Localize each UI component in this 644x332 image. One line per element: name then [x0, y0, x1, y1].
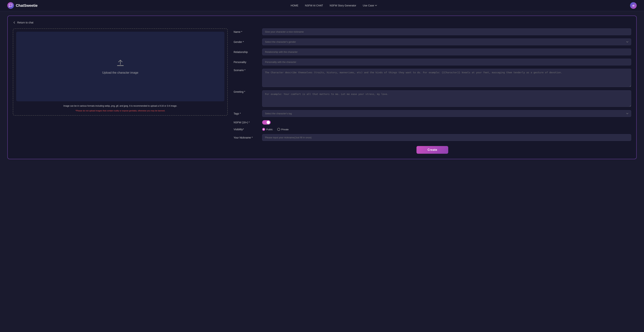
greeting-label: Greeting * [234, 90, 259, 93]
form-fields: Name * Gender * Select the character's g… [234, 28, 631, 154]
back-link[interactable]: Return to chat [13, 21, 631, 24]
create-btn-row: Create [234, 146, 631, 154]
personality-label: Personality [234, 61, 259, 64]
tags-label: Tags * [234, 112, 259, 115]
nsfw-label: NSFW (18+) * [234, 121, 259, 124]
visibility-private-option[interactable]: Private [277, 128, 288, 131]
image-upload-area: Upload the character image Image can be … [13, 28, 228, 116]
nav-links: HOME NSFW AI CHAT NSFW Story Generator U… [291, 4, 377, 7]
nickname-label: Your Nickname * [234, 136, 259, 139]
image-upload-box[interactable]: Upload the character image [16, 32, 224, 101]
main-wrapper: Return to chat Upload the character imag… [0, 11, 644, 164]
nav-nsfw-chat[interactable]: NSFW AI CHAT [305, 4, 323, 7]
visibility-private-radio [277, 128, 280, 131]
visibility-options: Public Private [262, 128, 631, 131]
name-field-row: Name * [234, 28, 631, 35]
brand-icon [7, 2, 14, 9]
form-container: Return to chat Upload the character imag… [7, 15, 637, 159]
scenario-textarea[interactable] [262, 69, 631, 87]
visibility-private-label: Private [281, 128, 288, 131]
svg-point-2 [11, 5, 12, 5]
personality-input[interactable] [262, 59, 631, 65]
greeting-textarea[interactable] [262, 90, 631, 107]
relationship-input[interactable] [262, 49, 631, 55]
gender-select[interactable]: Select the character's gender Male Femal… [262, 38, 631, 45]
brand-name: ChatSweetie [16, 3, 38, 8]
nav-story-gen[interactable]: NSFW Story Generator [330, 4, 356, 7]
nav-home[interactable]: HOME [291, 4, 298, 7]
image-info-text: Image can be in various formats includin… [16, 104, 224, 108]
visibility-public-label: Public [266, 128, 273, 131]
brand-logo[interactable]: ChatSweetie [7, 2, 38, 9]
visibility-public-radio [262, 128, 265, 131]
nickname-input[interactable] [262, 134, 631, 141]
tags-select[interactable]: Select the character's tag Fantasy Roman… [262, 110, 631, 117]
chevron-down-icon [375, 5, 377, 6]
upload-text: Upload the character image [102, 71, 138, 74]
navbar: ChatSweetie HOME NSFW AI CHAT NSFW Story… [0, 0, 644, 11]
nsfw-field-row: NSFW (18+) * [234, 120, 631, 125]
form-layout: Upload the character image Image can be … [13, 28, 631, 154]
toggle-slider [262, 120, 271, 125]
scenario-field-row: Scenario * [234, 69, 631, 87]
scenario-label: Scenario * [234, 69, 259, 72]
tags-field-row: Tags * Select the character's tag Fantas… [234, 110, 631, 117]
nsfw-toggle[interactable] [262, 120, 271, 125]
user-avatar[interactable]: di [630, 2, 637, 9]
svg-rect-3 [117, 65, 124, 66]
greeting-field-row: Greeting * [234, 90, 631, 107]
personality-field-row: Personality [234, 59, 631, 65]
back-arrow-icon [13, 21, 16, 24]
nav-use-case[interactable]: Use Case [363, 4, 377, 7]
name-label: Name * [234, 30, 259, 33]
visibility-field-row: Visibility* Public Private [234, 128, 631, 131]
image-warning-text: *Please do not upload images that contai… [16, 109, 224, 112]
svg-point-0 [10, 5, 10, 5]
visibility-label: Visibility* [234, 128, 259, 131]
gender-field-row: Gender * Select the character's gender M… [234, 38, 631, 45]
visibility-public-option[interactable]: Public [262, 128, 273, 131]
svg-point-1 [10, 5, 11, 5]
nickname-field-row: Your Nickname * [234, 134, 631, 141]
nsfw-toggle-wrapper [262, 120, 631, 125]
upload-icon [116, 59, 125, 68]
relationship-field-row: Relationship [234, 49, 631, 55]
relationship-label: Relationship [234, 51, 259, 53]
gender-label: Gender * [234, 40, 259, 43]
name-input[interactable] [262, 28, 631, 35]
create-button[interactable]: Create [416, 146, 448, 154]
